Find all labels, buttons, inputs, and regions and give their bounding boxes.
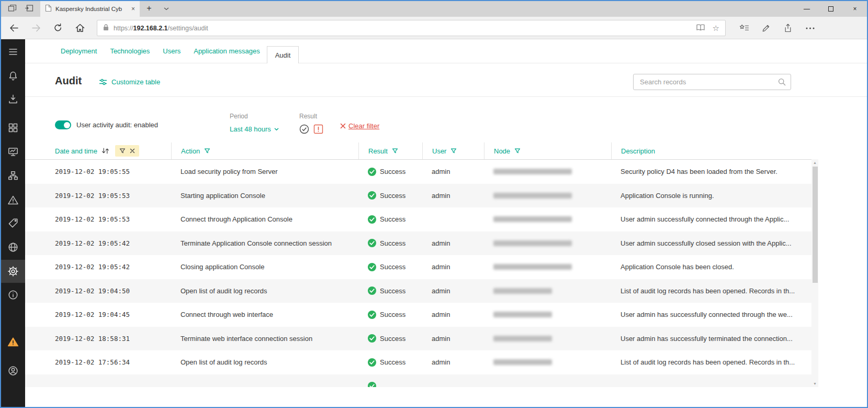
search-icon[interactable] [778, 78, 786, 88]
filter-funnel-icon[interactable] [204, 148, 210, 154]
cell-node [484, 327, 611, 351]
period-dropdown[interactable]: Last 48 hours [230, 125, 279, 133]
scroll-down-icon[interactable]: ▼ [811, 380, 818, 387]
cell-action [171, 374, 358, 388]
reading-view-icon[interactable] [696, 24, 705, 33]
more-options-icon[interactable] [799, 27, 821, 29]
main-content: Deployment Technologies Users Applicatio… [25, 39, 867, 407]
table-row[interactable]: 2019-12-02 18:58:31 Terminate web interf… [25, 327, 811, 351]
filter-error-button[interactable] [313, 124, 323, 134]
table-row[interactable]: 2019-12-02 19:05:53 Connect through Appl… [25, 207, 811, 231]
search-input[interactable] [633, 74, 791, 90]
sidebar-item-assets[interactable] [1, 140, 25, 163]
cell-datetime: 2019-12-02 19:04:45 [55, 303, 171, 327]
column-header-date-time[interactable]: Date and time [55, 142, 171, 159]
result-label: Success [380, 311, 405, 318]
cell-user: admin [422, 350, 484, 374]
sort-icon[interactable] [102, 148, 109, 154]
cell-node [484, 279, 611, 303]
sidebar-item-network[interactable] [1, 236, 25, 259]
set-tabs-aside-icon[interactable] [25, 4, 33, 14]
table-row[interactable] [25, 374, 811, 388]
clear-filter-button[interactable]: Clear filter [340, 122, 379, 130]
tab-deployment[interactable]: Deployment [61, 39, 97, 63]
exclamation-square-icon [313, 124, 323, 134]
tab-audit[interactable]: Audit [267, 46, 299, 63]
active-filter-chip[interactable] [115, 145, 139, 157]
table-row[interactable]: 2019-12-02 19:05:42 Closing application … [25, 255, 811, 279]
column-header-action[interactable]: Action [171, 142, 358, 159]
table-scrollbar[interactable]: ▲ ▼ [811, 159, 818, 387]
url-path: /settings/audit [168, 25, 208, 32]
tab-list-chevron-icon[interactable] [159, 1, 174, 17]
hub-favorites-icon[interactable] [733, 24, 755, 32]
node-redacted-text [493, 240, 572, 246]
cell-datetime: 2019-12-02 19:05:42 [55, 255, 171, 279]
column-header-description[interactable]: Description [611, 142, 811, 159]
tab-application-messages[interactable]: Application messages [194, 39, 260, 63]
success-icon [368, 311, 376, 319]
table-row[interactable]: 2019-12-02 19:04:45 Connect through web … [25, 303, 811, 327]
scrollbar-thumb[interactable] [813, 167, 818, 283]
home-button[interactable] [69, 24, 91, 32]
tab-preview-icon[interactable] [8, 4, 17, 14]
column-header-user[interactable]: User [422, 142, 484, 159]
refresh-button[interactable] [47, 23, 69, 32]
forward-button[interactable] [25, 24, 47, 32]
sidebar-item-account[interactable] [1, 359, 25, 382]
minimize-button[interactable]: — [795, 1, 819, 17]
chevron-down-icon [274, 128, 279, 131]
result-label: Success [380, 168, 405, 175]
sidebar-item-about[interactable] [1, 283, 25, 306]
remove-filter-icon[interactable] [130, 148, 135, 153]
table-row[interactable]: 2019-12-02 19:05:42 Terminate Applicatio… [25, 231, 811, 256]
share-icon[interactable] [777, 24, 799, 32]
new-tab-button[interactable]: + [140, 1, 159, 17]
sidebar-item-menu[interactable] [1, 40, 25, 63]
cell-node [484, 374, 611, 388]
tab-close-icon[interactable]: × [131, 6, 135, 12]
close-button[interactable]: × [843, 1, 867, 17]
table-row[interactable]: 2019-12-02 19:05:53 Starting application… [25, 184, 811, 208]
favorite-star-icon[interactable]: ☆ [713, 24, 719, 32]
url-text: https://192.168.2.1/settings/audit [114, 25, 208, 32]
sidebar-item-dashboard[interactable] [1, 116, 25, 139]
sidebar-item-downloads[interactable] [1, 87, 25, 111]
filter-funnel-icon[interactable] [392, 148, 398, 154]
sidebar-item-settings[interactable] [1, 260, 25, 283]
cell-description: Application Console has been closed. [611, 255, 811, 279]
web-note-pen-icon[interactable] [755, 24, 777, 32]
customize-table-button[interactable]: Customize table [99, 78, 160, 86]
sidebar-item-notifications[interactable] [1, 64, 25, 87]
cell-datetime: 2019-12-02 19:05:53 [55, 184, 171, 208]
table-row[interactable]: 2019-12-02 19:05:55 Load security policy… [25, 160, 811, 184]
column-label: Result [368, 147, 388, 155]
cell-node [484, 350, 611, 374]
back-button[interactable] [3, 24, 25, 32]
sidebar-item-tags[interactable] [1, 212, 25, 235]
tab-users[interactable]: Users [163, 39, 181, 63]
period-value: Last 48 hours [230, 125, 271, 133]
funnel-icon [119, 148, 126, 154]
sidebar-item-alerts[interactable] [1, 330, 25, 354]
address-bar[interactable]: https://192.168.2.1/settings/audit ☆ [97, 20, 726, 36]
result-label: Success [380, 287, 405, 295]
table-header: Date and time Action Result User [25, 142, 811, 160]
column-header-node[interactable]: Node [484, 142, 611, 159]
sidebar-item-topology[interactable] [1, 164, 25, 188]
table-row[interactable]: 2019-12-02 17:56:34 Open list of audit l… [25, 350, 811, 374]
sidebar-item-events[interactable] [1, 189, 25, 212]
filter-funnel-icon[interactable] [514, 148, 521, 154]
column-header-result[interactable]: Result [358, 142, 422, 159]
cell-user: admin [422, 160, 484, 184]
customize-table-label: Customize table [111, 78, 160, 86]
maximize-button[interactable] [819, 1, 843, 17]
scroll-up-icon[interactable]: ▲ [811, 159, 818, 166]
table-row[interactable]: 2019-12-02 19:04:50 Open list of audit l… [25, 279, 811, 303]
browser-tab[interactable]: Kaspersky Industrial Cyb × [40, 1, 140, 17]
tab-technologies[interactable]: Technologies [110, 39, 150, 63]
bell-icon [7, 70, 19, 82]
filter-funnel-icon[interactable] [450, 148, 457, 154]
user-activity-toggle[interactable] [55, 120, 71, 129]
filter-success-button[interactable] [299, 124, 309, 134]
